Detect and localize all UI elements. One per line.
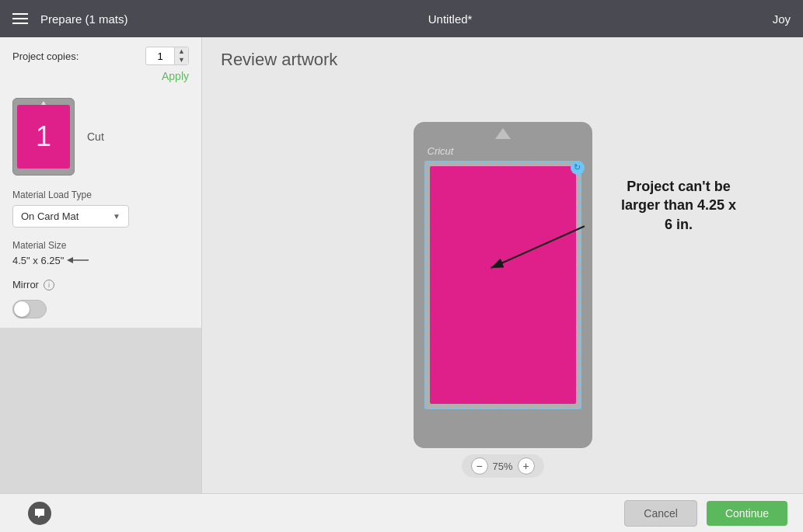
- mat-active-area: [424, 161, 581, 409]
- mat-cut-label: Cut: [87, 130, 104, 143]
- header: Prepare (1 mats) Untitled* Joy: [0, 0, 803, 37]
- mirror-info-icon[interactable]: i: [44, 280, 54, 290]
- content-area: Review artwork Cricut Project can't be l…: [202, 37, 803, 493]
- mat-number: 1: [36, 120, 51, 153]
- mat-thumbnail-inner: 1: [17, 105, 70, 169]
- cricut-brand-label: Cricut: [428, 145, 454, 157]
- copies-input-wrap: ▲ ▼: [145, 47, 189, 65]
- mat-top-arrow: [495, 128, 511, 139]
- chat-icon[interactable]: [28, 502, 51, 525]
- size-arrow-icon: [67, 254, 90, 266]
- resize-handle[interactable]: [571, 161, 585, 175]
- hamburger-menu-button[interactable]: [12, 13, 28, 24]
- project-copies-label: Project copies:: [12, 50, 139, 62]
- header-left: Prepare (1 mats): [12, 12, 128, 26]
- material-load-value: On Card Mat: [21, 210, 79, 222]
- left-bottom-area: [0, 328, 201, 493]
- material-size-section: Material Size 4.5" x 6.25": [0, 234, 201, 273]
- cancel-button[interactable]: Cancel: [624, 500, 697, 527]
- copies-increment-button[interactable]: ▲: [175, 47, 188, 56]
- material-size-text: 4.5" x 6.25": [12, 255, 64, 266]
- mirror-section: Mirror i: [0, 273, 201, 297]
- mat-section: 1 Cut: [0, 90, 201, 183]
- chat-bubble-icon: [33, 507, 46, 520]
- material-load-dropdown[interactable]: On Card Mat ▼: [12, 205, 129, 228]
- header-user-name: Joy: [773, 12, 791, 26]
- material-load-label: Material Load Type: [12, 190, 189, 200]
- zoom-in-button[interactable]: +: [518, 457, 535, 475]
- apply-row: Apply: [0, 68, 201, 90]
- header-center-title: Untitled*: [428, 12, 473, 26]
- apply-button[interactable]: Apply: [162, 70, 189, 82]
- svg-marker-1: [67, 257, 73, 263]
- zoom-out-button[interactable]: −: [470, 457, 487, 475]
- main-layout: Project copies: ▲ ▼ Apply 1 Cut: [0, 37, 803, 493]
- toggle-knob: [14, 301, 30, 317]
- review-title: Review artwork: [202, 37, 356, 76]
- left-panel: Project copies: ▲ ▼ Apply 1 Cut: [0, 37, 202, 493]
- project-copies-row: Project copies: ▲ ▼: [0, 37, 201, 68]
- continue-button[interactable]: Continue: [707, 501, 787, 526]
- copies-spinners: ▲ ▼: [174, 47, 188, 64]
- header-title: Prepare (1 mats): [40, 12, 128, 26]
- toggle-row: [0, 297, 201, 328]
- mirror-toggle[interactable]: [12, 300, 47, 318]
- material-load-section: Material Load Type On Card Mat ▼: [0, 183, 201, 234]
- zoom-controls: − 75% +: [461, 454, 543, 478]
- material-size-value: 4.5" x 6.25": [12, 254, 189, 266]
- copies-input[interactable]: [146, 48, 174, 64]
- mat-thumbnail: 1: [12, 98, 75, 176]
- cutting-mat: Cricut: [414, 122, 592, 448]
- zoom-value: 75%: [492, 461, 512, 472]
- chevron-down-icon: ▼: [113, 212, 120, 221]
- mat-preview-container: Cricut Project can't be larger than 4.25…: [202, 76, 803, 493]
- copies-decrement-button[interactable]: ▼: [175, 56, 188, 64]
- material-size-label: Material Size: [12, 240, 189, 251]
- mirror-label: Mirror: [12, 279, 39, 290]
- footer: Cancel Continue: [0, 493, 803, 532]
- mat-pink-content: [430, 166, 576, 404]
- footer-left: [16, 502, 615, 525]
- callout-text: Project can't be larger than 4.25 x 6 in…: [616, 177, 741, 234]
